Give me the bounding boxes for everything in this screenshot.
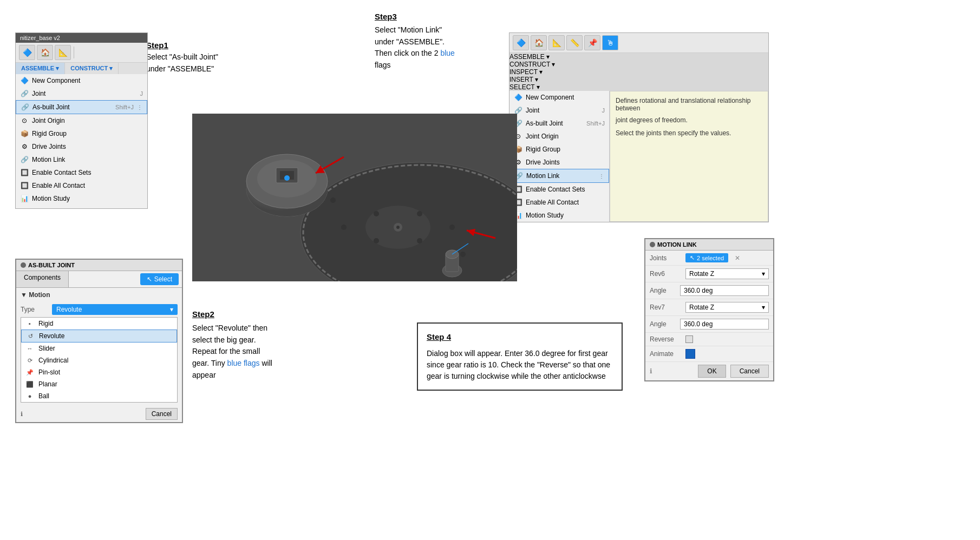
top-motion-link-label: Motion Link [526, 172, 596, 180]
ml-joints-label: Joints [650, 254, 682, 262]
assemble-menu-panel: nitizer_base v2 🔷 🏠 📐 ASSEMBLE ▾ CONSTRU… [15, 32, 148, 209]
ml-angle2-label: Angle [650, 320, 677, 328]
top-joint-shortcut: J [602, 107, 605, 114]
menu-joint[interactable]: 🔗 Joint J [16, 87, 147, 100]
ti-3[interactable]: 📐 [548, 35, 565, 50]
top-menu-enable-all[interactable]: 🔲 Enable All Contact [509, 196, 609, 209]
menu-new-component[interactable]: 🔷 New Component [16, 74, 147, 87]
top-tab-assemble[interactable]: ASSEMBLE ▾ [509, 53, 768, 61]
menu-enable-all-contact[interactable]: 🔲 Enable All Contact [16, 179, 147, 192]
top-menu-asbuilt[interactable]: 🔗 As-built Joint Shift+J [509, 117, 609, 130]
option-revolute[interactable]: ↺ Revolute [21, 330, 177, 343]
ml-animate-row: Animate [645, 346, 773, 362]
toolbar-icon-1[interactable]: 🔷 [19, 45, 35, 60]
pinslot-icon: 📌 [25, 368, 34, 377]
ml-animate-label: Animate [650, 350, 682, 358]
top-menu-rigid-group[interactable]: 📦 Rigid Group [509, 143, 609, 156]
ml-rev7-dropdown[interactable]: Rotate Z ▾ [685, 302, 769, 313]
ti-5[interactable]: 📌 [584, 35, 600, 50]
step4-text: Dialog box will appear. Enter 36.0 degre… [427, 348, 613, 382]
ml-ok-button[interactable]: OK [698, 365, 726, 378]
option-cylindrical[interactable]: ⟳ Cylindrical [21, 354, 177, 366]
enable-all-contact-label: Enable All Contact [32, 182, 143, 189]
revolute-label: Revolute [39, 332, 64, 340]
ml-reverse-checkbox[interactable] [685, 335, 693, 343]
menu-rigid-group[interactable]: 📦 Rigid Group [16, 127, 147, 140]
menu-tabs: ASSEMBLE ▾ CONSTRUCT ▾ [16, 63, 147, 74]
top-tab-construct[interactable]: CONSTRUCT ▾ [509, 61, 768, 68]
motion-section-title: ▼ Motion [16, 288, 182, 302]
menu-motion-link[interactable]: 🔗 Motion Link [16, 153, 147, 166]
step2-label: Step2 [192, 309, 214, 319]
option-slider[interactable]: ↔ Slider [21, 343, 177, 354]
ml-reverse-label: Reverse [650, 335, 682, 343]
step3-text: Select "Motion Link" under "ASSEMBLE". T… [375, 24, 455, 71]
top-menu-new-component[interactable]: 🔷 New Component [509, 91, 609, 104]
top-tab-insert[interactable]: INSERT ▾ [509, 76, 768, 83]
joint-shortcut: J [140, 90, 143, 97]
motion-dropdown-list: ▪ Rigid ↺ Revolute ↔ Slider ⟳ Cylindrica… [21, 317, 178, 403]
drive-joints-icon: ⚙ [20, 142, 29, 151]
ml-cancel-button[interactable]: Cancel [730, 365, 769, 378]
top-enable-all-label: Enable All Contact [526, 199, 605, 206]
top-menu-drive-joints[interactable]: ⚙ Drive Joints [509, 156, 609, 169]
cursor-small: ↖ [690, 254, 695, 261]
tab-construct[interactable]: CONSTRUCT ▾ [65, 63, 119, 74]
rev7-chevron: ▾ [762, 304, 765, 311]
menu-drive-joints[interactable]: ⚙ Drive Joints [16, 140, 147, 153]
step1-text: Select "As-built Joint" under "ASSEMBLE" [146, 51, 218, 75]
ti-1[interactable]: 🔷 [513, 35, 529, 50]
select-button[interactable]: ↖ Select [140, 273, 179, 285]
ti-6[interactable]: 🖱 [602, 35, 618, 50]
revolute-icon: ↺ [26, 332, 35, 340]
select-label: Select [154, 275, 172, 283]
menu-with-tooltip: 🔷 New Component 🔗 Joint J 🔗 As-built Joi… [509, 91, 768, 222]
rigid-label: Rigid [38, 320, 53, 327]
option-pinslot[interactable]: 📌 Pin-slot [21, 366, 177, 378]
ml-rev6-value: Rotate Z [689, 270, 714, 278]
menu-asbuilt-joint[interactable]: 🔗 As-built Joint Shift+J ⋮ [16, 100, 147, 114]
ball-icon: ● [25, 392, 34, 400]
separator-1 [74, 47, 74, 58]
ti-2[interactable]: 🏠 [531, 35, 547, 50]
option-rigid[interactable]: ▪ Rigid [21, 318, 177, 330]
menu-motion-study[interactable]: 📊 Motion Study [16, 192, 147, 205]
rigid-icon: ▪ [25, 319, 34, 328]
svg-point-9 [417, 238, 422, 243]
option-planar[interactable]: ⬛ Planar [21, 378, 177, 390]
cancel-button[interactable]: Cancel [146, 408, 178, 420]
ml-info-icon: ℹ [650, 367, 694, 375]
ml-title-bar: MOTION LINK [645, 239, 773, 251]
top-tab-inspect[interactable]: INSPECT ▾ [509, 68, 768, 76]
ml-joints-row: Joints ↖ 2 selected ✕ [645, 251, 773, 266]
svg-point-6 [374, 211, 379, 216]
type-dropdown[interactable]: Revolute ▾ [52, 304, 178, 315]
top-menu-joint-origin[interactable]: ⊙ Joint Origin [509, 130, 609, 143]
menu-enable-contact-sets[interactable]: 🔲 Enable Contact Sets [16, 166, 147, 179]
ml-rev7-label: Rev7 [650, 304, 682, 311]
top-drive-joints-label: Drive Joints [526, 159, 605, 166]
planar-label: Planar [38, 380, 57, 388]
top-menu-motion-link[interactable]: 🔗 Motion Link ⋮ [509, 169, 609, 183]
ml-dot [650, 242, 655, 247]
gear-svg [192, 114, 517, 281]
tab-components[interactable]: Components [16, 271, 69, 287]
top-menu-joint[interactable]: 🔗 Joint J [509, 104, 609, 117]
toolbar-icon-2[interactable]: 🏠 [37, 45, 53, 60]
menu-joint-origin[interactable]: ⊙ Joint Origin [16, 114, 147, 127]
option-ball[interactable]: ● Ball [21, 390, 177, 402]
ml-joints-badge[interactable]: ↖ 2 selected [685, 253, 728, 262]
ml-clear-icon[interactable]: ✕ [735, 254, 740, 262]
top-tab-select[interactable]: SELECT ▾ [509, 83, 768, 91]
top-menu-motion-study[interactable]: 📊 Motion Study [509, 209, 609, 222]
ml-angle2-input[interactable] [680, 319, 769, 330]
ml-animate-colorbox[interactable] [685, 349, 695, 359]
ti-4[interactable]: 📏 [566, 35, 583, 50]
top-menu-enable-contact[interactable]: 🔲 Enable Contact Sets [509, 183, 609, 196]
toolbar-icon-3[interactable]: 📐 [55, 45, 71, 60]
ml-angle1-input[interactable] [680, 285, 769, 296]
svg-point-5 [396, 226, 400, 229]
ml-rev6-dropdown[interactable]: Rotate Z ▾ [685, 268, 769, 279]
tab-assemble[interactable]: ASSEMBLE ▾ [16, 63, 65, 74]
svg-point-20 [284, 175, 290, 181]
